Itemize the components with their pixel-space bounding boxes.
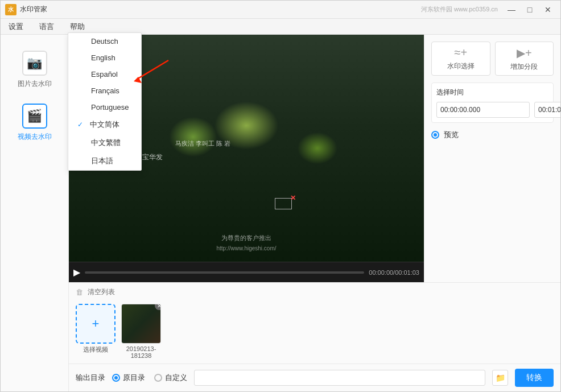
preview-radio-dot <box>434 133 437 137</box>
app-logo: 水 <box>5 4 16 15</box>
maximize-button[interactable]: □ <box>522 3 538 16</box>
close-button[interactable]: ✕ <box>540 3 556 16</box>
lang-chinese-simplified[interactable]: 中文简体 <box>68 115 141 134</box>
lang-deutsch[interactable]: Deutsch <box>68 33 141 49</box>
watermark-select-icon: ≈+ <box>454 46 467 59</box>
progress-bar[interactable] <box>85 271 364 274</box>
lang-japanese[interactable]: 日本語 <box>68 152 141 170</box>
controls-top-buttons: ≈+ 水印选择 ▶+ 增加分段 <box>431 42 554 76</box>
app-title: 水印管家 <box>20 5 421 14</box>
sidebar: 📷 图片去水印 🎬 视频去水印 <box>1 35 69 391</box>
time-row <box>436 102 548 118</box>
title-bar: 水 水印管家 河东软件园 www.pc0359.cn — □ ✕ <box>1 1 560 19</box>
time-range-label: 选择时间 <box>436 88 548 97</box>
file-list-header: 🗑 清空列表 <box>69 283 560 302</box>
video-credits-row3: 马疾洁 李叫工 陈 岩 <box>175 139 230 148</box>
add-plus-icon: + <box>92 316 100 331</box>
add-video-label: 选择视频 <box>76 345 116 354</box>
preview-radio[interactable] <box>431 131 439 139</box>
time-display: 00:00:00/00:01:03 <box>369 269 419 276</box>
sidebar-item-photo[interactable]: 📷 图片去水印 <box>9 46 60 93</box>
video-watermark-url: http://www.higeshi.com/ <box>216 245 276 251</box>
watermark-site: 河东软件园 www.pc0359.cn <box>421 5 498 14</box>
minimize-button[interactable]: — <box>504 3 519 16</box>
watermark-select-label: 水印选择 <box>447 61 475 71</box>
add-segment-label: 增加分段 <box>510 62 538 72</box>
output-radio-group: 原目录 自定义 <box>112 373 187 383</box>
add-segment-icon: ▶+ <box>517 46 532 60</box>
preview-section: 预览 <box>431 130 554 140</box>
window-controls: — □ ✕ <box>504 3 556 16</box>
folder-icon: 📁 <box>496 373 505 382</box>
bottom-area: 🗑 清空列表 + 选择视频 ✕ 201 <box>69 282 560 391</box>
menu-help[interactable]: 帮助 <box>67 19 88 34</box>
menu-settings[interactable]: 设置 <box>5 19 27 34</box>
add-video-item: + 选择视频 <box>76 304 116 354</box>
preview-label: 预览 <box>444 130 459 140</box>
video-icon: 🎬 <box>22 104 47 129</box>
custom-dir-label: 自定义 <box>165 373 187 383</box>
photo-icon: 📷 <box>22 51 47 76</box>
custom-radio-outer <box>154 374 162 382</box>
output-path-input[interactable] <box>194 370 485 386</box>
clear-list-button[interactable]: 清空列表 <box>88 287 115 297</box>
selection-close[interactable]: ✕ <box>290 194 296 202</box>
right-panel: 策划 王素芳 荣重星 宝华发 马疾洁 李叫工 陈 岩 为尊贵的客户推出 http… <box>69 35 560 391</box>
sidebar-item-video[interactable]: 🎬 视频去水印 <box>9 99 60 146</box>
photo-label: 图片去水印 <box>18 79 52 89</box>
convert-button[interactable]: 转换 <box>515 369 554 387</box>
file-item-1: ✕ 20190213-181238 <box>121 304 161 359</box>
lang-portuguese[interactable]: Portuguese <box>68 99 141 115</box>
language-dropdown: Deutsch English Español Français Portugu… <box>68 32 142 171</box>
main-window: 水 水印管家 河东软件园 www.pc0359.cn — □ ✕ 设置 语言 帮… <box>0 0 561 392</box>
file-name-label: 20190213-181238 <box>121 345 161 359</box>
original-dir-label: 原目录 <box>123 373 145 383</box>
watermark-select-button[interactable]: ≈+ 水印选择 <box>431 42 490 76</box>
original-radio-inner <box>114 376 118 379</box>
time-section: 选择时间 <box>431 82 554 123</box>
controls-panel: ≈+ 水印选择 ▶+ 增加分段 选择时间 <box>424 35 560 282</box>
output-row: 输出目录 原目录 自定义 <box>69 364 560 391</box>
menu-language[interactable]: 语言 <box>36 19 57 34</box>
video-section: 策划 王素芳 荣重星 宝华发 马疾洁 李叫工 陈 岩 为尊贵的客户推出 http… <box>69 35 560 282</box>
add-segment-button[interactable]: ▶+ 增加分段 <box>495 42 554 76</box>
original-radio-outer <box>112 374 120 382</box>
original-dir-option[interactable]: 原目录 <box>112 373 145 383</box>
output-label: 输出目录 <box>76 373 105 383</box>
video-label: 视频去水印 <box>18 132 52 142</box>
selection-rectangle[interactable]: ✕ <box>275 198 292 209</box>
lang-english[interactable]: English <box>68 49 141 66</box>
file-list: + 选择视频 ✕ 20190213-181238 <box>69 302 560 364</box>
lang-chinese-traditional[interactable]: 中文繁體 <box>68 134 141 152</box>
thumbnail-image <box>122 304 160 343</box>
custom-dir-option[interactable]: 自定义 <box>154 373 187 383</box>
video-controls-bar: ▶ 00:00:00/00:01:03 <box>69 262 424 282</box>
lang-francais[interactable]: Français <box>68 82 141 99</box>
browse-folder-button[interactable]: 📁 <box>492 370 508 386</box>
add-video-button[interactable]: + <box>76 304 116 344</box>
time-end-input[interactable] <box>534 102 560 118</box>
lang-espanol[interactable]: Español <box>68 66 141 82</box>
clear-icon: 🗑 <box>76 288 83 296</box>
time-start-input[interactable] <box>436 102 530 118</box>
file-thumbnail[interactable]: ✕ <box>121 304 161 344</box>
video-watermark-brand: 为尊贵的客户推出 <box>221 234 271 242</box>
play-button[interactable]: ▶ <box>73 267 80 278</box>
